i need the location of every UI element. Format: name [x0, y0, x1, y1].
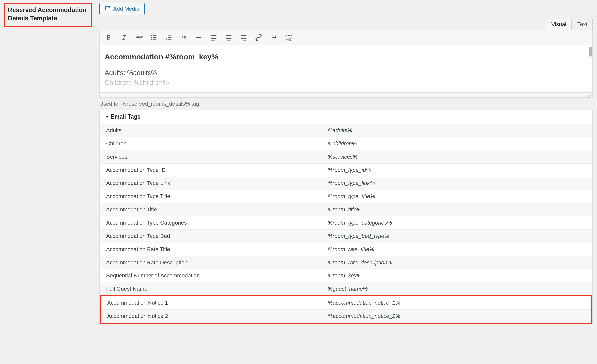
- table-row: Accommodation Rate Title%room_rate_title…: [100, 243, 592, 256]
- svg-rect-22: [227, 37, 231, 38]
- editor-wrapper: ABC 123 Accommodation #%room_key% Adults…: [99, 30, 593, 98]
- editor-toolbar: ABC 123: [100, 30, 592, 45]
- svg-rect-11: [168, 35, 171, 36]
- svg-rect-13: [168, 37, 171, 38]
- tag-name: Accommodation Type ID: [100, 164, 321, 177]
- tag-name: Full Guest Name: [100, 282, 321, 295]
- table-row: Accommodation Notice 2%accommodation_not…: [101, 310, 591, 323]
- editor-content[interactable]: Accommodation #%room_key% Adults: %adult…: [100, 45, 592, 92]
- tag-name: Sequential Number of Accommodation: [100, 269, 321, 282]
- svg-rect-24: [227, 40, 231, 41]
- resize-handle[interactable]: [100, 92, 592, 97]
- add-media-button[interactable]: Add Media: [99, 3, 145, 15]
- tab-visual[interactable]: Visual: [546, 19, 572, 30]
- tag-value: %room_type_categories%: [321, 216, 592, 229]
- tag-name: Accommodation Rate Description: [100, 256, 321, 269]
- tag-value: %children%: [321, 137, 592, 150]
- table-row: Accommodation Rate Description%room_rate…: [100, 256, 592, 269]
- table-row: Accommodation Type ID%room_type_id%: [100, 164, 592, 177]
- email-tags-toggle[interactable]: ▼ Email Tags: [100, 110, 592, 124]
- helper-text: Used for %reserved_rooms_details% tag.: [99, 101, 593, 107]
- tag-name: Accommodation Title: [100, 203, 321, 216]
- align-center-button[interactable]: [221, 31, 236, 43]
- align-left-button[interactable]: [206, 31, 221, 43]
- table-row: Sequential Number of Accommodation%room_…: [100, 269, 592, 282]
- table-row: Full Guest Name%guest_name%: [100, 282, 592, 295]
- table-row: Accommodation Type Bed%room_type_bed_typ…: [100, 230, 592, 243]
- italic-button[interactable]: [117, 31, 131, 43]
- svg-rect-19: [211, 38, 217, 39]
- table-row: Accommodation Type Title%room_type_title…: [100, 190, 592, 203]
- svg-rect-33: [286, 37, 292, 38]
- toolbar-toggle-button[interactable]: [281, 31, 296, 43]
- email-tags-title: Email Tags: [111, 113, 141, 120]
- svg-rect-16: [196, 37, 201, 38]
- svg-point-1: [106, 7, 108, 9]
- tag-value: %services%: [321, 150, 592, 163]
- svg-point-6: [151, 37, 152, 38]
- svg-rect-21: [226, 35, 232, 36]
- tag-name: Accommodation Type Link: [100, 177, 321, 190]
- tag-value: %room_rate_title%: [321, 243, 592, 256]
- table-row: Accommodation Notice 1%accommodation_not…: [101, 296, 591, 310]
- highlighted-rows: Accommodation Notice 1%accommodation_not…: [100, 295, 592, 324]
- svg-point-8: [151, 39, 152, 40]
- editor-line-1: Adults: %adults%: [105, 68, 587, 78]
- table-row: Adults%adults%: [100, 124, 592, 137]
- svg-point-0: [108, 6, 110, 8]
- tag-name: Accommodation Type Title: [100, 190, 321, 203]
- svg-text:3: 3: [166, 38, 167, 40]
- tag-value: %room_type_title%: [321, 190, 592, 203]
- svg-rect-17: [211, 35, 217, 36]
- svg-rect-34: [286, 39, 292, 41]
- email-tags-table: Adults%adults%Children%children%Services…: [100, 124, 592, 295]
- tag-value: %room_type_id%: [321, 164, 592, 177]
- svg-rect-9: [153, 39, 156, 40]
- media-icon: [105, 5, 111, 13]
- tag-value: %guest_name%: [321, 282, 592, 295]
- tag-value: %accommodation_notice_1%: [321, 296, 591, 309]
- align-right-button[interactable]: [236, 31, 251, 43]
- svg-rect-23: [226, 38, 232, 39]
- tag-value: %accommodation_notice_2%: [321, 310, 591, 323]
- numbered-list-button[interactable]: 123: [161, 31, 176, 43]
- table-row: Accommodation Title%room_title%: [100, 203, 592, 216]
- tag-name: Accommodation Notice 1: [101, 296, 321, 309]
- bold-button[interactable]: [102, 31, 116, 43]
- tab-text[interactable]: Text: [572, 19, 593, 30]
- tag-name: Accommodation Notice 2: [101, 310, 321, 323]
- svg-rect-32: [289, 35, 290, 36]
- link-button[interactable]: [251, 31, 266, 43]
- table-row: Accommodation Type Link%room_type_link%: [100, 177, 592, 190]
- tag-name: Accommodation Type Bed: [100, 230, 321, 243]
- editor-heading: Accommodation #%room_key%: [105, 53, 587, 61]
- svg-rect-28: [243, 40, 246, 41]
- tag-name: Services: [100, 150, 321, 163]
- tag-name: Adults: [100, 124, 321, 137]
- tag-name: Accommodation Rate Title: [100, 243, 321, 256]
- svg-point-4: [151, 35, 152, 36]
- svg-rect-18: [211, 37, 215, 38]
- svg-rect-20: [211, 40, 215, 41]
- tag-name: Accommodation Type Categories: [100, 216, 321, 229]
- svg-rect-15: [168, 39, 171, 40]
- horizontal-rule-button[interactable]: [191, 31, 206, 43]
- svg-rect-31: [288, 35, 289, 36]
- tag-value: %room_title%: [321, 203, 592, 216]
- svg-rect-30: [286, 35, 287, 36]
- tag-value: %room_type_bed_type%: [321, 230, 592, 243]
- svg-rect-25: [241, 35, 247, 36]
- blockquote-button[interactable]: [176, 31, 191, 43]
- table-row: Accommodation Type Categories%room_type_…: [100, 216, 592, 230]
- scrollbar[interactable]: [589, 47, 592, 57]
- svg-rect-7: [153, 37, 156, 38]
- bullet-list-button[interactable]: [147, 31, 161, 43]
- editor-line-2: Children: %children%: [105, 78, 587, 88]
- tag-name: Children: [100, 137, 321, 150]
- svg-rect-5: [153, 35, 156, 36]
- table-row: Services%services%: [100, 150, 592, 164]
- strikethrough-button[interactable]: ABC: [132, 31, 146, 43]
- section-title: Reserved Accommodation Details Template: [4, 3, 92, 27]
- tag-value: %adults%: [321, 124, 592, 137]
- unlink-button[interactable]: [266, 31, 281, 43]
